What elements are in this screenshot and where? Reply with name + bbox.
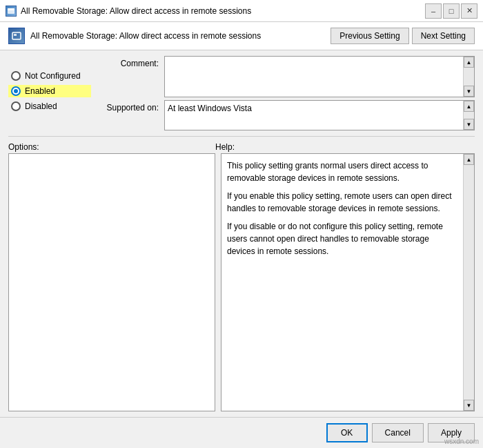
help-box: This policy setting grants normal users … [221,153,475,411]
radio-circle-enabled [11,86,21,96]
radio-label-enabled: Enabled [25,86,55,96]
supported-label: Supported on: [97,100,159,113]
section-labels: Options: Help: [0,139,483,153]
config-area: Not Configured Enabled Disabled Comment: [0,50,483,133]
dialog-content: All Removable Storage: Allow direct acce… [0,22,483,448]
radio-circle-not-configured [11,71,21,81]
help-scroll-up[interactable]: ▲ [464,154,474,165]
next-setting-button[interactable]: Next Setting [412,28,475,44]
previous-setting-button[interactable]: Previous Setting [331,28,408,44]
title-bar: All Removable Storage: Allow direct acce… [0,0,483,22]
svg-rect-1 [8,8,14,10]
radio-circle-disabled [11,101,21,111]
supported-scrollbar[interactable]: ▲ ▼ [463,101,474,130]
help-paragraph-1: This policy setting grants normal users … [227,159,457,184]
watermark: wsxdn.com [444,438,479,445]
help-paragraph-3: If you disable or do not configure this … [227,220,457,257]
supported-box: At least Windows Vista ▲ ▼ [164,100,475,130]
help-paragraph-2: If you enable this policy setting, remot… [227,190,457,215]
scroll-up-btn[interactable]: ▲ [464,57,474,68]
scroll-track [464,68,474,86]
comment-row: Comment: ▲ ▼ [97,56,475,97]
radio-disabled[interactable]: Disabled [8,100,91,113]
window-controls: – □ ✕ [425,3,477,19]
maximize-button[interactable]: □ [443,3,460,19]
window-title: All Removable Storage: Allow direct acce… [21,6,425,16]
help-text: This policy setting grants normal users … [221,154,463,411]
radio-not-configured[interactable]: Not Configured [8,70,91,82]
ok-button[interactable]: OK [326,423,368,442]
help-scroll-track [464,165,474,400]
dialog-footer: OK Cancel Apply [0,417,483,448]
supported-row: Supported on: At least Windows Vista ▲ ▼ [97,100,475,130]
radio-label-disabled: Disabled [25,101,57,111]
header-left: All Removable Storage: Allow direct acce… [8,28,261,44]
header-title: All Removable Storage: Allow direct acce… [30,31,261,41]
radio-label-not-configured: Not Configured [25,71,81,81]
scroll-down-btn[interactable]: ▼ [464,86,474,97]
help-label: Help: [215,142,475,152]
dialog-body: Not Configured Enabled Disabled Comment: [0,50,483,417]
help-scroll-down[interactable]: ▼ [464,400,474,411]
horizontal-divider [8,136,475,137]
comment-scrollbar[interactable]: ▲ ▼ [463,57,474,97]
dialog-header: All Removable Storage: Allow direct acce… [0,22,483,50]
supported-scroll-down[interactable]: ▼ [464,119,474,130]
nav-buttons: Previous Setting Next Setting [331,28,475,44]
supported-scroll-track [464,112,474,119]
radio-enabled[interactable]: Enabled [8,85,91,97]
policy-icon [8,28,25,44]
comment-box: ▲ ▼ [164,56,475,97]
supported-value: At least Windows Vista [165,101,463,130]
form-section: Comment: ▲ ▼ Supported on: At least [97,56,475,130]
comment-label: Comment: [97,56,159,68]
supported-scroll-up[interactable]: ▲ [464,101,474,112]
minimize-button[interactable]: – [425,3,442,19]
help-scrollbar[interactable]: ▲ ▼ [463,154,474,411]
options-help-area: This policy setting grants normal users … [0,153,483,417]
comment-input[interactable] [165,57,463,97]
svg-rect-3 [14,34,17,36]
options-label: Options: [8,142,215,152]
radio-section: Not Configured Enabled Disabled [8,56,91,130]
cancel-button[interactable]: Cancel [372,423,424,442]
window-icon [6,6,17,17]
options-box [8,153,215,411]
close-button[interactable]: ✕ [461,3,477,19]
